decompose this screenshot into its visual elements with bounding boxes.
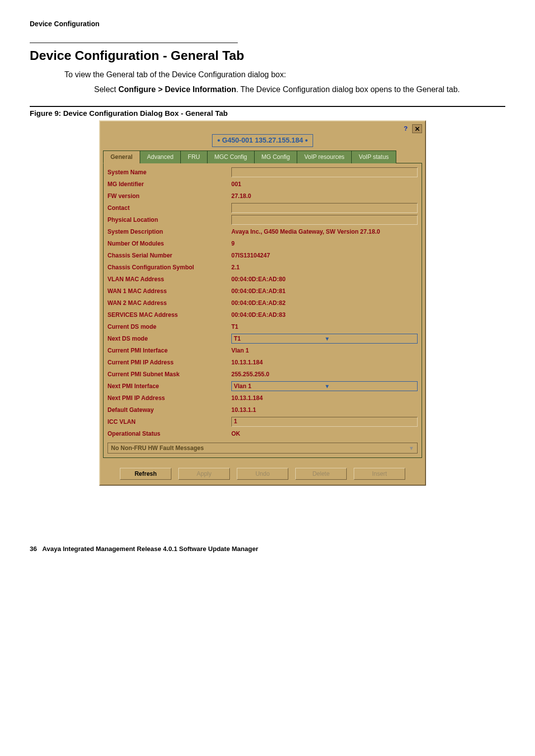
field-label: Current DS mode	[107, 323, 231, 330]
field-label: Current PMI IP Address	[107, 359, 231, 366]
chevron-down-icon[interactable]: ▼	[409, 445, 414, 451]
text-input[interactable]	[231, 203, 418, 213]
tab-bar: GeneralAdvancedFRUMGC ConfigMG ConfigVoI…	[103, 150, 422, 163]
field-label: Default Gateway	[107, 406, 231, 413]
field-label: FW version	[107, 193, 231, 200]
field-value: 10.13.1.184	[231, 359, 418, 366]
field-label: Operational Status	[107, 430, 231, 437]
field-label: ICC VLAN	[107, 418, 231, 425]
footer-text: Avaya Integrated Management Release 4.0.…	[42, 545, 258, 553]
form-row: Next PMI IP Address10.13.1.184	[107, 392, 418, 404]
step-bold: Configure > Device Information	[118, 85, 236, 94]
field-label: Next PMI Interface	[107, 383, 231, 390]
form-row: Current PMI InterfaceVlan 1	[107, 345, 418, 356]
field-label: VLAN MAC Address	[107, 276, 231, 283]
page-footer: 36 Avaya Integrated Management Release 4…	[30, 545, 505, 553]
field-label: Next PMI IP Address	[107, 395, 231, 402]
form-row: Contact	[107, 202, 418, 214]
page-title: Device Configuration - General Tab	[30, 48, 505, 63]
dialog-title: • G450-001 135.27.155.184 •	[212, 134, 313, 147]
field-value: T1	[231, 323, 418, 330]
field-value: OK	[231, 430, 418, 437]
field-label: Current PMI Subnet Mask	[107, 371, 231, 378]
delete-button: Delete	[295, 468, 347, 480]
chevron-down-icon: ▼	[324, 336, 415, 342]
field-label: Physical Location	[107, 216, 231, 223]
form-row: Default Gateway10.13.1.1	[107, 404, 418, 416]
form-row: FW version27.18.0	[107, 190, 418, 202]
refresh-button[interactable]: Refresh	[120, 468, 171, 480]
bullet-icon: •	[217, 136, 220, 145]
field-value: 00:04:0D:EA:AD:80	[231, 276, 418, 283]
close-icon[interactable]: ✕	[412, 124, 422, 133]
dialog-titlebar-controls: ? ✕	[103, 124, 422, 133]
text-input[interactable]	[231, 215, 418, 225]
form-row: Current PMI Subnet Mask255.255.255.0	[107, 368, 418, 380]
field-value: 00:04:0D:EA:AD:81	[231, 288, 418, 295]
combo-value: Vlan 1	[234, 383, 324, 390]
form-row: Current DS modeT1	[107, 321, 418, 333]
page-number: 36	[30, 545, 37, 553]
form-row: Next PMI InterfaceVlan 1▼	[107, 380, 418, 392]
fault-message-box[interactable]: No Non-FRU HW Fault Messages ▼	[107, 443, 418, 454]
field-label: System Name	[107, 169, 231, 176]
undo-button: Undo	[237, 468, 288, 480]
field-label: Chassis Serial Number	[107, 252, 231, 259]
form-row: MG Identifier001	[107, 178, 418, 190]
combo-box[interactable]: Vlan 1▼	[231, 381, 418, 391]
tab-fru[interactable]: FRU	[180, 151, 208, 163]
text-input[interactable]	[231, 167, 418, 177]
insert-button: Insert	[354, 468, 405, 480]
field-label: SERVICES MAC Address	[107, 311, 231, 318]
help-icon[interactable]: ?	[401, 124, 410, 132]
title-divider	[30, 43, 238, 43]
field-value: 00:04:0D:EA:AD:82	[231, 300, 418, 306]
breadcrumb: Device Configuration	[30, 20, 505, 28]
field-label: WAN 2 MAC Address	[107, 300, 231, 306]
tab-voip-resources[interactable]: VoIP resources	[297, 151, 352, 163]
form-area: System NameMG Identifier001FW version27.…	[103, 163, 422, 458]
tab-voip-status[interactable]: VoIP status	[351, 151, 396, 163]
tab-advanced[interactable]: Advanced	[140, 151, 181, 163]
tab-mgc-config[interactable]: MGC Config	[207, 151, 255, 163]
field-value: 10.13.1.1	[231, 406, 418, 413]
combo-box[interactable]: T1▼	[231, 334, 418, 344]
field-label: Contact	[107, 204, 231, 211]
tab-mg-config[interactable]: MG Config	[254, 151, 297, 163]
field-value: 2.1	[231, 264, 418, 271]
form-row: WAN 1 MAC Address00:04:0D:EA:AD:81	[107, 285, 418, 297]
form-row: Current PMI IP Address10.13.1.184	[107, 356, 418, 368]
figure-caption: Figure 9: Device Configuration Dialog Bo…	[30, 109, 505, 117]
field-value: Vlan 1	[231, 347, 418, 354]
field-value: 07IS13104247	[231, 252, 418, 259]
field-label: Number Of Modules	[107, 240, 231, 247]
field-label: System Description	[107, 228, 231, 235]
form-row: Number Of Modules9	[107, 238, 418, 250]
device-config-dialog: ? ✕ • G450-001 135.27.155.184 • GeneralA…	[99, 120, 426, 486]
field-value: 10.13.1.184	[231, 395, 418, 402]
form-row: Physical Location	[107, 214, 418, 226]
figure-divider	[30, 106, 505, 107]
dialog-title-text: G450-001 135.27.155.184	[222, 136, 303, 144]
field-value: 27.18.0	[231, 193, 418, 200]
tab-general[interactable]: General	[103, 151, 140, 163]
form-row: Operational StatusOK	[107, 428, 418, 440]
step-prefix: Select	[94, 85, 118, 94]
bullet-icon: •	[305, 136, 308, 145]
intro-text: To view the General tab of the Device Co…	[64, 70, 505, 79]
chevron-down-icon: ▼	[324, 383, 415, 389]
form-row: VLAN MAC Address00:04:0D:EA:AD:80	[107, 273, 418, 285]
form-row: Chassis Serial Number07IS13104247	[107, 250, 418, 261]
combo-value: T1	[234, 335, 324, 342]
form-row: System DescriptionAvaya Inc., G450 Media…	[107, 226, 418, 238]
field-value: 9	[231, 240, 418, 247]
text-input[interactable]: 1	[231, 417, 418, 427]
field-label: WAN 1 MAC Address	[107, 288, 231, 295]
field-value: 255.255.255.0	[231, 371, 418, 378]
fault-message-text: No Non-FRU HW Fault Messages	[111, 445, 204, 452]
form-row: Next DS modeT1▼	[107, 333, 418, 345]
field-value: 001	[231, 181, 418, 188]
form-row: System Name	[107, 166, 418, 178]
apply-button: Apply	[178, 468, 230, 480]
form-row: ICC VLAN1	[107, 416, 418, 428]
